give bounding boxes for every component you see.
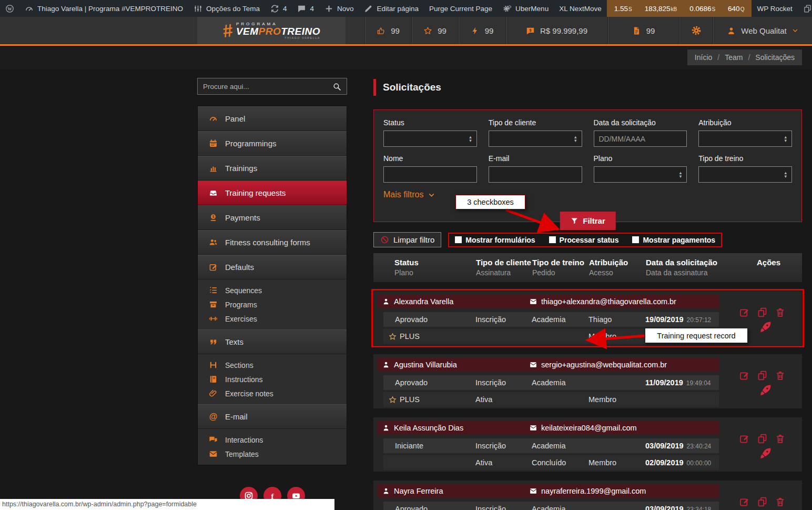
col-training-type: Tipo de treinoPedido bbox=[532, 258, 589, 277]
wp-rocket-menu-item[interactable]: WP Rocket bbox=[752, 0, 797, 17]
duplicate-button[interactable] bbox=[757, 307, 768, 318]
ubermenu-menu-item[interactable]: UberMenu bbox=[498, 0, 554, 17]
sidebar-item-instructions[interactable]: Instructions bbox=[198, 372, 347, 386]
edit-button[interactable] bbox=[739, 307, 750, 318]
assignment-filter-select[interactable]: ▴▾ bbox=[698, 131, 792, 147]
delete-button[interactable] bbox=[775, 496, 786, 507]
email-filter-input[interactable] bbox=[489, 166, 582, 183]
sidebar-item-label: Payments bbox=[225, 213, 260, 222]
process-status-checkbox[interactable] bbox=[549, 236, 556, 243]
sidebar-item-trainings[interactable]: Trainings bbox=[198, 156, 347, 181]
new-menu-item[interactable]: Novo bbox=[319, 0, 359, 17]
ban-icon bbox=[380, 235, 389, 244]
site-logo[interactable]: # PROGRAMA VEMPROTREINO THIAGO VARELLA bbox=[197, 17, 346, 44]
sidebar-item-sections[interactable]: Sections bbox=[198, 358, 347, 372]
edit-button[interactable] bbox=[739, 496, 750, 507]
sidebar-item-defaults[interactable]: Defaults bbox=[198, 255, 347, 279]
money-stat[interactable]: $ R$ 99.999,99 bbox=[505, 17, 607, 44]
filter-button[interactable]: Filtrar bbox=[560, 212, 616, 230]
sidebar-item-programmings[interactable]: Programmings bbox=[198, 131, 347, 156]
gauge-icon bbox=[209, 114, 218, 123]
purge-page-menu-item[interactable]: Purge Current Page bbox=[424, 0, 498, 17]
likes-stat[interactable]: 99 bbox=[364, 17, 411, 44]
sidebar-item-payments[interactable]: $ Payments bbox=[198, 205, 347, 230]
sidebar-item-exercise-notes[interactable]: Exercise notes bbox=[198, 386, 347, 401]
edit-button[interactable] bbox=[739, 433, 750, 444]
rocket-button[interactable] bbox=[759, 321, 772, 334]
sidebar-item-label: Defaults bbox=[225, 263, 254, 272]
rocket-button[interactable] bbox=[759, 384, 772, 397]
process-status-checkbox-item[interactable]: Processar status bbox=[549, 236, 619, 244]
breadcrumb-team[interactable]: Team bbox=[725, 53, 743, 62]
show-forms-checkbox-item[interactable]: Mostrar formulários bbox=[455, 236, 535, 244]
duplicate-button[interactable] bbox=[757, 370, 768, 381]
gauge-icon bbox=[25, 4, 34, 13]
list-toolbar: Limpar filtro Mostrar formulários Proces… bbox=[373, 232, 802, 247]
duplicate-button[interactable] bbox=[757, 496, 768, 507]
request-date-input[interactable] bbox=[594, 131, 687, 147]
email-filter-label: E-mail bbox=[489, 154, 582, 163]
account-menu[interactable]: Web Qualitat bbox=[713, 17, 812, 44]
cell-assignment: Thiago bbox=[588, 315, 645, 324]
delete-button[interactable] bbox=[775, 370, 786, 381]
rocket-button[interactable] bbox=[759, 447, 772, 460]
name-filter-input[interactable] bbox=[383, 166, 477, 183]
logo-subtitle: THIAGO VARELLA bbox=[236, 36, 320, 39]
settings-button[interactable] bbox=[679, 17, 713, 44]
checkboxes-annotation-box: Mostrar formulários Processar status Mos… bbox=[448, 233, 722, 247]
show-forms-label: Mostrar formulários bbox=[465, 236, 535, 244]
search-icon[interactable] bbox=[332, 82, 341, 91]
record-name-bar: Keila Assunção Dias keilateixeira084@gma… bbox=[377, 421, 719, 435]
plus-icon bbox=[324, 4, 333, 13]
breadcrumb-home[interactable]: Início bbox=[695, 53, 712, 62]
delete-button[interactable] bbox=[775, 433, 786, 444]
duplicate-button[interactable] bbox=[757, 433, 768, 444]
svg-text:$: $ bbox=[529, 28, 531, 32]
theme-options-menu-item[interactable]: Opções do Tema bbox=[188, 0, 265, 17]
sidebar-item-interactions[interactable]: Interactions bbox=[198, 433, 347, 447]
ubermenu-label: UberMenu bbox=[515, 5, 549, 13]
site-menu-item[interactable]: Thiago Varella | Programa #VEMPROTREINO bbox=[19, 0, 188, 17]
sidebar-item-panel[interactable]: Panel bbox=[198, 106, 347, 131]
training-type-filter-select[interactable]: ▴▾ bbox=[698, 166, 792, 183]
edit-page-menu-item[interactable]: Editar página bbox=[359, 0, 424, 17]
query-monitor-menu-item[interactable]: 1.55S 183,825kB 0.0686S 640Q bbox=[607, 0, 752, 17]
record-name-bar: Nayra Ferreira nayraferreira.1999@gmail.… bbox=[377, 484, 719, 498]
client-type-filter-select[interactable]: ▴▾ bbox=[489, 131, 582, 147]
updates-menu-item[interactable]: 4 bbox=[265, 0, 292, 17]
wordpress-menu-button[interactable]: W bbox=[0, 0, 19, 17]
comments-menu-item[interactable]: 4 bbox=[292, 0, 319, 17]
edit-button[interactable] bbox=[739, 370, 750, 381]
sidebar-item-texts[interactable]: Texts bbox=[198, 329, 347, 354]
status-filter-label: Status bbox=[383, 118, 477, 127]
plan-filter-select[interactable]: ▴▾ bbox=[594, 166, 687, 183]
delete-button[interactable] bbox=[775, 307, 786, 318]
show-payments-checkbox-item[interactable]: Mostrar pagamentos bbox=[632, 236, 715, 244]
search-input[interactable] bbox=[203, 83, 332, 91]
sidebar-item-programs[interactable]: Programs bbox=[198, 297, 347, 312]
file-icon bbox=[632, 26, 641, 35]
nextmove-menu-item[interactable]: XL NextMove bbox=[554, 0, 607, 17]
sidebar-item-sequences[interactable]: Sequences bbox=[198, 283, 347, 297]
archive-icon bbox=[209, 300, 218, 309]
sidebar-item-email[interactable]: @ E-mail bbox=[198, 404, 347, 429]
name-filter-label: Nome bbox=[383, 154, 477, 163]
sidebar-item-fitness-consulting-forms[interactable]: Fitness consulting forms bbox=[198, 230, 347, 255]
sidebar-item-exercises[interactable]: Exercises bbox=[198, 312, 347, 326]
more-filters-toggle[interactable]: Mais filtros bbox=[383, 190, 435, 199]
assignment-filter-label: Atribuição bbox=[698, 118, 792, 127]
clear-filter-button[interactable]: Limpar filtro bbox=[373, 232, 441, 247]
record-name: Nayra Ferreira bbox=[382, 487, 530, 495]
documents-stat[interactable]: 99 bbox=[607, 17, 679, 44]
sidebar-item-templates[interactable]: Templates bbox=[198, 447, 347, 461]
gears-icon bbox=[503, 4, 512, 13]
sidebar-item-training-requests[interactable]: Training requests bbox=[198, 181, 347, 205]
status-filter-select[interactable]: ▴▾ bbox=[383, 131, 477, 147]
stars-stat[interactable]: 99 bbox=[411, 17, 458, 44]
energy-stat[interactable]: 99 bbox=[458, 17, 505, 44]
funnel-icon bbox=[570, 217, 578, 225]
copy-draft-menu-item[interactable]: Copie para um novo rascunho bbox=[798, 0, 812, 17]
show-payments-checkbox[interactable] bbox=[632, 236, 639, 243]
show-forms-checkbox[interactable] bbox=[455, 236, 462, 243]
comment-icon bbox=[297, 4, 306, 13]
